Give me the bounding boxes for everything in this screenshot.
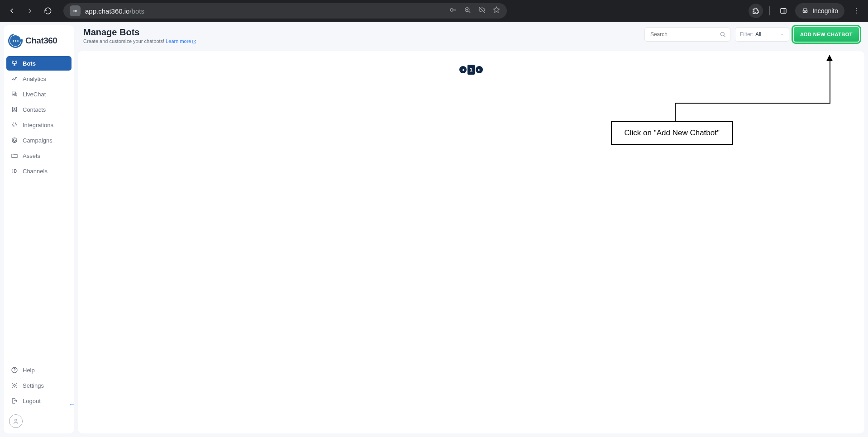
chevron-down-icon [780,32,784,37]
add-new-chatbot-button[interactable]: ADD NEW CHATBOT [794,27,859,42]
svg-point-6 [856,8,857,9]
svg-point-10 [16,61,17,62]
svg-point-18 [720,32,724,36]
collapse-sidebar-icon[interactable]: ← [69,401,75,408]
site-info-icon[interactable] [70,5,81,16]
svg-point-11 [14,65,15,66]
svg-point-0 [450,9,453,11]
sidebar-item-label: Channels [23,168,48,175]
sidebar-item-label: Settings [23,382,44,389]
browser-toolbar: app.chat360.io/bots Incognito [0,0,868,22]
sidebar-item-bots[interactable]: Bots [6,56,72,71]
sidebar-item-channels[interactable]: Channels [6,164,72,178]
filter-label: Filter: [740,31,754,38]
back-button[interactable] [5,4,19,18]
address-bar[interactable]: app.chat360.io/bots [63,3,507,19]
star-icon[interactable] [492,6,501,16]
sidebar-item-livechat[interactable]: LiveChat [6,87,72,101]
svg-point-9 [12,61,14,62]
sidebar-item-label: Campaigns [23,137,52,144]
svg-point-14 [12,138,17,143]
sidebar-item-label: Integrations [23,122,53,128]
logo-text: Chat360 [25,36,57,46]
svg-point-16 [14,385,15,386]
sidebar-item-analytics[interactable]: Analytics [6,71,72,86]
svg-point-4 [803,11,805,13]
incognito-label: Incognito [812,7,838,14]
svg-point-5 [806,11,807,13]
svg-point-13 [14,108,15,109]
sidebar-item-label: Assets [23,152,40,159]
sidebar-item-help[interactable]: Help [6,363,72,377]
page-title: Manage Bots [83,27,196,38]
sidebar-item-label: LiveChat [23,91,46,98]
logo-icon [8,33,23,48]
next-page-button[interactable]: ► [476,66,483,73]
sidebar-item-integrations[interactable]: Integrations [6,118,72,132]
sidebar-item-campaigns[interactable]: Campaigns [6,133,72,147]
user-avatar[interactable] [9,414,23,428]
learn-more-link[interactable]: Learn more [166,38,196,44]
search-input[interactable] [650,31,719,38]
eye-off-icon[interactable] [478,6,486,16]
forward-button[interactable] [23,4,37,18]
sidebar-item-label: Logout [23,398,41,404]
logo[interactable]: Chat360 [6,31,72,56]
sidebar-item-label: Help [23,367,35,374]
panel-icon[interactable] [776,4,791,18]
page-number[interactable]: 1 [467,65,475,75]
pagination: ◄ 1 ► [91,65,851,75]
reload-button[interactable] [41,4,55,18]
sidebar-item-logout[interactable]: Logout [6,394,72,408]
sidebar-item-label: Bots [23,60,36,67]
svg-rect-2 [781,9,786,14]
search-icon [719,31,726,38]
sidebar-item-label: Contacts [23,106,46,113]
page-subtitle: Create and customize your chatbots! Lear… [83,38,196,44]
search-input-wrapper [644,27,730,42]
page-header: Manage Bots Create and customize your ch… [78,25,864,48]
filter-value: All [755,31,761,38]
filter-dropdown[interactable]: Filter: All [735,27,789,42]
annotation-callout: Click on "Add New Chatbot" [611,121,734,145]
extensions-icon[interactable] [749,4,763,18]
prev-page-button[interactable]: ◄ [459,66,467,73]
sidebar-item-assets[interactable]: Assets [6,148,72,163]
url-text: app.chat360.io/bots [85,7,144,15]
incognito-badge[interactable]: Incognito [795,3,844,19]
svg-point-17 [15,419,17,422]
svg-point-7 [856,10,857,11]
svg-point-8 [856,13,857,14]
sidebar-item-contacts[interactable]: Contacts [6,102,72,117]
sidebar-item-settings[interactable]: Settings [6,378,72,393]
zoom-icon[interactable] [463,6,472,16]
browser-menu-icon[interactable] [849,4,863,18]
annotation-arrowhead [826,55,833,61]
sidebar-item-label: Analytics [23,76,46,82]
content-area: ◄ 1 ► Click on "Add New Chatbot" [78,51,864,433]
password-icon[interactable] [449,6,457,16]
sidebar: Chat360 Bots Analytics LiveChat Contacts… [4,25,74,433]
